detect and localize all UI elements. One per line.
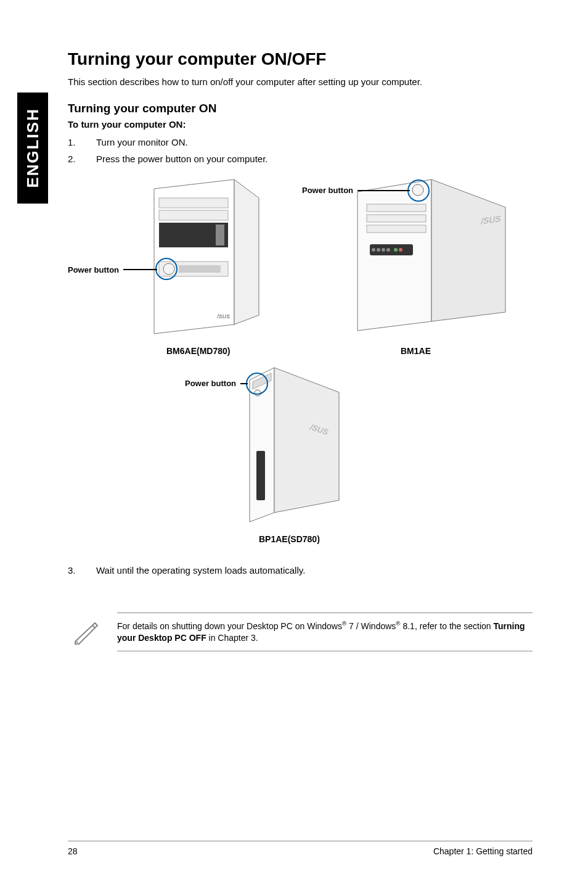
svg-rect-28	[256, 451, 265, 500]
svg-marker-1	[234, 179, 259, 324]
step-1-text: Turn your monitor ON.	[96, 137, 188, 147]
note-suffix: in Chapter 3.	[206, 633, 258, 643]
tower-bm1ae: /SUS	[339, 176, 512, 343]
callout-line-right	[357, 190, 410, 191]
step-2: 2. Press the power button on your comput…	[68, 154, 533, 164]
step-3-text: Wait until the operating system loads au…	[96, 565, 305, 576]
model-label-bm6ae: BM6AE(MD780)	[166, 346, 230, 356]
power-button-circle-bm6ae	[155, 258, 178, 280]
chapter-label: Chapter 1: Getting started	[433, 846, 533, 856]
power-button-label-left: Power button	[68, 265, 119, 274]
step-1: 1. Turn your monitor ON.	[68, 137, 533, 147]
section-subheading: To turn your computer ON:	[68, 119, 533, 130]
svg-rect-16	[370, 244, 413, 255]
svg-rect-5	[216, 225, 224, 245]
step-3-number: 3.	[68, 565, 76, 576]
step-2-number: 2.	[68, 154, 76, 164]
svg-text:/SUS: /SUS	[216, 313, 230, 320]
callout-line-bottom	[240, 383, 248, 384]
svg-point-21	[394, 248, 398, 252]
note-prefix: For details on shutting down your Deskto…	[117, 621, 342, 631]
note-mid2: 8.1, refer to the section	[401, 621, 494, 631]
step-1-number: 1.	[68, 137, 76, 147]
svg-point-20	[386, 248, 390, 252]
svg-rect-13	[367, 204, 426, 212]
intro-text: This section describes how to turn on/of…	[68, 76, 533, 87]
model-label-bm1ae: BM1AE	[401, 346, 431, 356]
page-number: 28	[68, 846, 78, 856]
svg-rect-14	[367, 215, 426, 222]
note-text: For details on shutting down your Deskto…	[117, 613, 533, 651]
svg-rect-2	[159, 198, 228, 208]
step-2-text: Press the power button on your computer.	[96, 154, 268, 164]
section-heading: Turning your computer ON	[68, 102, 533, 115]
step-3: 3. Wait until the operating system loads…	[68, 565, 533, 576]
svg-rect-3	[159, 210, 228, 220]
power-button-circle-bm1ae	[407, 179, 430, 202]
svg-point-22	[399, 248, 402, 252]
callout-line-left	[123, 269, 157, 270]
note-block: For details on shutting down your Deskto…	[68, 613, 533, 651]
power-button-label-right: Power button	[302, 186, 353, 195]
note-reg2: ®	[396, 620, 400, 627]
svg-point-17	[372, 248, 375, 252]
language-tab: ENGLISH	[17, 93, 48, 204]
svg-marker-11	[431, 179, 505, 321]
power-button-circle-bp1ae	[246, 373, 268, 395]
note-mid1: 7 / Windows	[346, 621, 396, 631]
svg-marker-25	[274, 368, 339, 513]
page-footer: 28 Chapter 1: Getting started	[68, 841, 533, 856]
page-title: Turning your computer ON/OFF	[68, 49, 533, 69]
svg-point-19	[382, 248, 385, 252]
note-icon	[68, 617, 105, 646]
diagrams-area: /SUS Power button BM6AE(MD780) /SUS Powe…	[68, 176, 533, 559]
language-tab-text: ENGLISH	[23, 108, 43, 188]
model-label-bp1ae: BP1AE(SD780)	[259, 534, 320, 544]
svg-point-18	[377, 248, 380, 252]
svg-rect-8	[179, 265, 221, 273]
svg-rect-15	[367, 225, 426, 233]
power-button-label-bottom: Power button	[185, 379, 236, 388]
